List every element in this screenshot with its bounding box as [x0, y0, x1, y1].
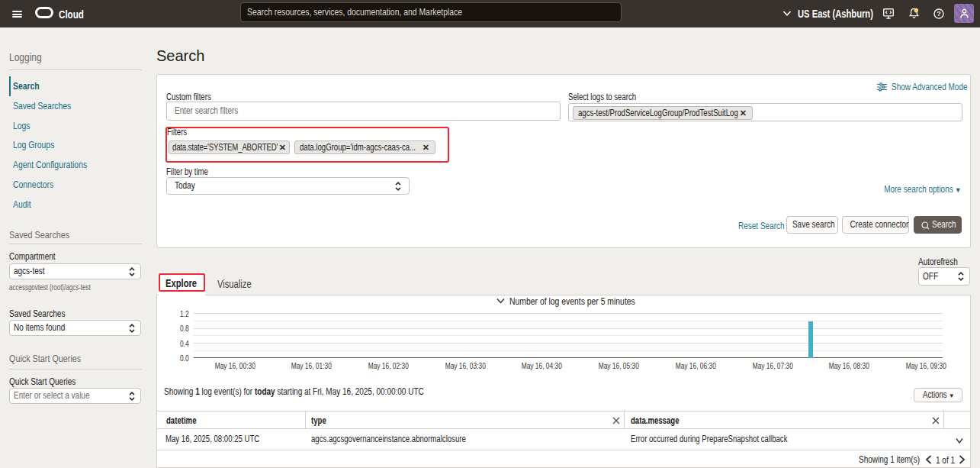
svg-text:?: ?: [937, 10, 941, 18]
